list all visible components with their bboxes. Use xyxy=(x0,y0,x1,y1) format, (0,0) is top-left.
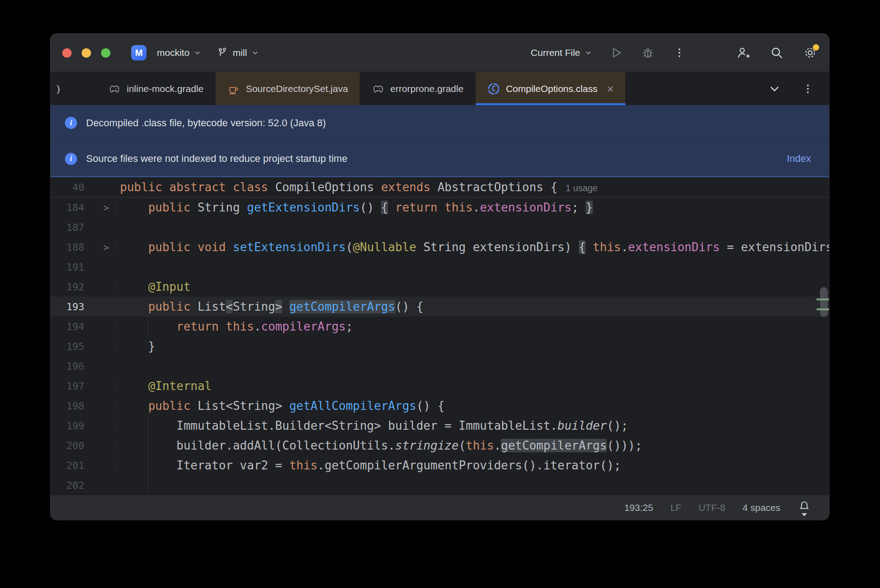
tab-label: SourceDirectorySet.java xyxy=(246,83,348,94)
sticky-header-line[interactable]: 40 public abstract class CompileOptions … xyxy=(50,177,829,198)
encoding-widget[interactable]: UTF-8 xyxy=(698,502,725,513)
fold-gutter xyxy=(84,440,117,451)
code-line[interactable]: 196 xyxy=(50,356,829,376)
debug-button[interactable] xyxy=(641,46,655,60)
tab-list-chevron-icon[interactable] xyxy=(769,83,780,95)
code-text: public List<String> getCompilerArgs() { xyxy=(117,300,423,313)
line-number: 192 xyxy=(50,281,84,293)
close-window-button[interactable] xyxy=(62,48,72,58)
tab-clipped[interactable]: ) xyxy=(50,72,96,105)
project-widget[interactable]: M mockito xyxy=(131,45,201,60)
line-number: 195 xyxy=(50,341,84,352)
code-token: } xyxy=(120,340,155,353)
line-ending-widget[interactable]: LF xyxy=(670,502,682,513)
tab-sourcedirectoryset-java[interactable]: SourceDirectorySet.java xyxy=(215,72,360,105)
tab-inline-mock-gradle[interactable]: inline-mock.gradle xyxy=(96,72,215,105)
caret-position-widget[interactable]: 193:25 xyxy=(624,502,653,513)
tab-label: CompileOptions.class xyxy=(506,83,597,94)
code-token xyxy=(120,379,148,393)
chevron-down-icon xyxy=(194,49,201,56)
run-configuration-name: Current File xyxy=(531,47,580,58)
code-text: @Internal xyxy=(117,379,212,393)
code-line[interactable]: 195 } xyxy=(50,336,829,356)
code-token: ())); xyxy=(607,439,642,452)
index-link[interactable]: Index xyxy=(787,153,811,165)
code-token: () xyxy=(360,201,381,214)
tab-compileoptions-class[interactable]: C CompileOptions.class × xyxy=(476,72,626,105)
fold-arrow-icon[interactable]: > xyxy=(84,202,117,213)
search-everywhere-button[interactable] xyxy=(770,46,784,60)
code-token: ( xyxy=(346,240,353,254)
minimize-window-button[interactable] xyxy=(82,48,91,58)
fold-arrow-icon[interactable]: > xyxy=(84,242,117,253)
tab-options-kebab-icon[interactable] xyxy=(802,83,814,95)
code-line[interactable]: 193 public List<String> getCompilerArgs(… xyxy=(50,297,829,317)
run-configuration-selector[interactable]: Current File xyxy=(531,47,592,58)
code-token: @Internal xyxy=(148,379,212,393)
code-token: Iterator var2 = xyxy=(120,459,289,472)
code-line[interactable]: 188> public void setExtensionDirs(@Nulla… xyxy=(50,237,829,257)
line-number: 193 xyxy=(50,301,84,312)
chevron-down-icon xyxy=(585,49,592,56)
code-line[interactable]: 199 ImmutableList.Builder<String> builde… xyxy=(50,416,829,436)
code-token: stringize xyxy=(395,439,458,452)
code-line[interactable]: 198 public List<String> getAllCompilerAr… xyxy=(50,396,829,416)
code-editor[interactable]: 184> public String getExtensionDirs() { … xyxy=(50,198,829,495)
code-line[interactable]: 192 @Input xyxy=(50,277,829,297)
code-line[interactable]: 202 xyxy=(50,475,829,495)
code-token xyxy=(120,240,148,254)
fold-gutter xyxy=(84,182,117,193)
code-token: > xyxy=(275,300,282,313)
git-branch-icon xyxy=(216,47,228,59)
more-actions-button[interactable] xyxy=(672,46,687,60)
code-token: return xyxy=(176,320,219,333)
code-token xyxy=(226,240,233,254)
code-token xyxy=(120,399,148,413)
sticky-code-text: public abstract class CompileOptions ext… xyxy=(117,180,598,194)
code-token: this xyxy=(289,459,318,472)
code-line[interactable]: 184> public String getExtensionDirs() { … xyxy=(50,198,829,217)
ide-window: M mockito mill Current File xyxy=(50,34,829,520)
indent-widget[interactable]: 4 spaces xyxy=(742,502,780,513)
notifications-button[interactable] xyxy=(798,500,811,515)
code-token: ImmutableList.Builder<String> builder = … xyxy=(120,419,558,432)
code-text: return this.compilerArgs; xyxy=(117,320,353,333)
code-line[interactable]: 197 @Internal xyxy=(50,376,829,396)
code-text: public void setExtensionDirs(@Nullable S… xyxy=(117,240,829,254)
code-token: < xyxy=(226,300,233,313)
line-number: 187 xyxy=(50,222,84,233)
code-token: extends xyxy=(381,180,431,194)
code-line[interactable]: 201 Iterator var2 = this.getCompilerArgu… xyxy=(50,455,829,475)
line-number: 200 xyxy=(50,440,84,451)
scrollbar-thumb[interactable] xyxy=(820,287,828,317)
code-token: ; xyxy=(346,320,353,333)
code-line[interactable]: 187 xyxy=(50,217,829,237)
code-line[interactable]: 191 xyxy=(50,257,829,277)
vcs-branch-widget[interactable]: mill xyxy=(216,47,259,59)
code-text: public List<String> getAllCompilerArgs()… xyxy=(117,399,445,413)
code-text: builder.addAll(CollectionUtils.stringize… xyxy=(117,439,642,452)
code-token: @Nullable xyxy=(353,240,417,254)
run-button[interactable] xyxy=(609,46,623,60)
code-text: Iterator var2 = this.getCompilerArgument… xyxy=(117,459,621,472)
maximize-window-button[interactable] xyxy=(101,48,110,58)
code-token: public xyxy=(148,240,191,254)
bell-dropdown-triangle xyxy=(802,513,807,516)
code-token: } xyxy=(586,201,593,214)
code-line[interactable]: 200 builder.addAll(CollectionUtils.strin… xyxy=(50,436,829,455)
code-token: extensionDirs xyxy=(628,240,720,254)
code-token: .getCompilerArgumentProviders().iterator… xyxy=(317,459,621,472)
code-line[interactable]: 194 return this.compilerArgs; xyxy=(50,317,829,336)
line-number: 184 xyxy=(50,202,84,213)
tab-errorprone-gradle[interactable]: errorprone.gradle xyxy=(360,72,476,105)
code-token: extensionDirs xyxy=(480,201,572,214)
code-token: . xyxy=(494,439,501,452)
info-icon: i xyxy=(65,153,77,165)
code-token: builder.addAll(CollectionUtils. xyxy=(120,439,395,452)
branch-name: mill xyxy=(233,47,247,58)
settings-button[interactable] xyxy=(803,46,817,60)
line-number: 191 xyxy=(50,262,84,273)
close-tab-icon[interactable]: × xyxy=(607,83,614,95)
code-with-me-button[interactable] xyxy=(736,46,751,60)
project-icon: M xyxy=(131,45,147,60)
